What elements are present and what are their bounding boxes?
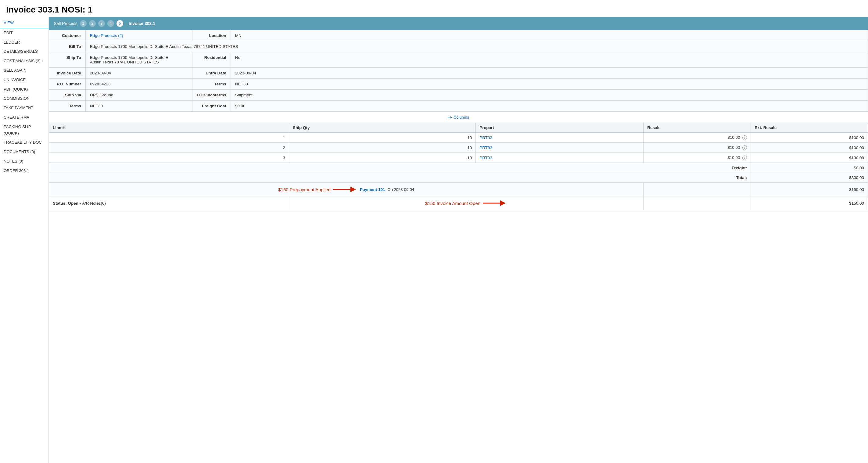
prcpart[interactable]: PRT33 <box>476 143 644 153</box>
col-line-num: Line # <box>49 123 289 133</box>
ext-resale: $100.00 <box>751 133 868 143</box>
step-4[interactable]: 4 <box>107 20 114 27</box>
sidebar-item-view[interactable]: VIEW <box>0 18 49 28</box>
status-text: Status: Open - <box>53 201 82 206</box>
prepayment-arrow-row: $150 Prepayment Applied <box>53 186 640 193</box>
prepayment-amount: $150.00 <box>751 183 868 196</box>
sidebar-item-notes--0-[interactable]: NOTES (0) <box>0 157 49 166</box>
main-layout: VIEWEDITLEDGERDETAILS/SERIALSCOST ANALYS… <box>0 17 868 463</box>
total-row: Total: $300.00 <box>49 173 868 183</box>
step-2[interactable]: 2 <box>89 20 96 27</box>
table-row: 2 10 PRT33 $10.00 i $100.00 <box>49 143 868 153</box>
ship-to-label: Ship To <box>49 52 86 68</box>
ar-notes-link[interactable]: A/R Notes(0) <box>82 201 106 206</box>
fob-value: Shipment <box>230 90 868 101</box>
content-area: Sell Process 1 2 3 4 5 Invoice 303.1 Cus… <box>49 17 868 463</box>
sidebar-item-pdf--quick-[interactable]: PDF (QUICK) <box>0 85 49 94</box>
sidebar-item-ledger[interactable]: LEDGER <box>0 38 49 47</box>
freight-value: $0.00 <box>751 163 868 173</box>
total-value: $300.00 <box>751 173 868 183</box>
resale-info-icon[interactable]: i <box>742 135 747 140</box>
entry-date-value: 2023-09-04 <box>230 68 868 79</box>
prepayment-text-cell: $150 Prepayment Applied <box>49 183 644 196</box>
columns-button[interactable]: +/- Columns <box>448 115 469 120</box>
prepayment-row: $150 Prepayment Applied <box>49 183 868 196</box>
step-1[interactable]: 1 <box>80 20 87 27</box>
resale: $10.00 i <box>644 143 751 153</box>
open-amount-text: $150 Invoice Amount Open <box>425 201 480 206</box>
customer-value[interactable]: Edge Products (2) <box>86 30 192 41</box>
po-number-label: P.O. Number <box>49 79 86 90</box>
payment-date: On 2023-09-04 <box>388 187 414 192</box>
col-prcpart: Prcpart <box>476 123 644 133</box>
sidebar-item-create-rma[interactable]: CREATE RMA <box>0 113 49 122</box>
total-label: Total: <box>49 173 751 183</box>
ship-to-row: Ship To Edge Products 1700 Montopolis Dr… <box>49 52 868 68</box>
open-amount-arrow-icon <box>483 199 507 207</box>
sidebar-item-packing-slip--quick-[interactable]: PACKING SLIP (QUICK) <box>0 122 49 138</box>
bill-to-row: Bill To Edge Products 1700 Montopolis Dr… <box>49 41 868 52</box>
terms2-row: Terms NET30 Freight Cost $0.00 <box>49 101 868 112</box>
step-5[interactable]: 5 <box>117 20 123 27</box>
bill-to-value: Edge Products 1700 Montopolis Dr Suite E… <box>86 41 868 52</box>
payment-link[interactable]: Payment 101 <box>360 187 385 192</box>
resale-info-icon[interactable]: i <box>742 156 747 160</box>
resale-info-icon[interactable]: i <box>742 146 747 150</box>
invoice-date-row: Invoice Date 2023-09-04 Entry Date 2023-… <box>49 68 868 79</box>
fob-label: FOB/Incoterms <box>192 90 231 101</box>
table-header-row: Line # Ship Qty Prcpart Resale Ext. Resa… <box>49 123 868 133</box>
ship-via-label: Ship Via <box>49 90 86 101</box>
terms2-value: NET30 <box>86 101 192 112</box>
ship-via-value: UPS Ground <box>86 90 192 101</box>
customer-row: Customer Edge Products (2) Location MN <box>49 30 868 41</box>
ship-qty: 10 <box>289 143 475 153</box>
terms2-label: Terms <box>49 101 86 112</box>
sidebar-item-edit[interactable]: EDIT <box>0 28 49 38</box>
current-step-label: Invoice 303.1 <box>129 21 155 26</box>
po-number-value: 092834223 <box>86 79 192 90</box>
resale: $10.00 i <box>644 153 751 163</box>
invoice-info-table: Customer Edge Products (2) Location MN B… <box>49 30 868 112</box>
line-num: 3 <box>49 153 289 163</box>
residential-value: No <box>230 52 868 68</box>
location-value: MN <box>230 30 868 41</box>
freight-label: Freight: <box>49 163 751 173</box>
page-title: Invoice 303.1 NOSI: 1 <box>0 0 868 17</box>
sidebar-item-sell-again[interactable]: SELL AGAIN <box>0 66 49 75</box>
col-ship-qty: Ship Qty <box>289 123 475 133</box>
table-row: 1 10 PRT33 $10.00 i $100.00 <box>49 133 868 143</box>
customer-label: Customer <box>49 30 86 41</box>
po-number-row: P.O. Number 092834223 Terms NET30 <box>49 79 868 90</box>
ext-resale: $100.00 <box>751 143 868 153</box>
prepayment-arrow-icon <box>333 186 358 193</box>
ship-qty: 10 <box>289 153 475 163</box>
freight-row: Freight: $0.00 <box>49 163 868 173</box>
sidebar-item-cost-analysis--3---[interactable]: COST ANALYSIS (3) + <box>0 56 49 66</box>
sidebar-item-order-303-1[interactable]: ORDER 303.1 <box>0 166 49 176</box>
line-num: 2 <box>49 143 289 153</box>
open-amount-text-cell: $150 Invoice Amount Open <box>289 196 643 210</box>
sidebar-item-details-serials[interactable]: DETAILS/SERIALS <box>0 47 49 56</box>
status-cell: Status: Open - A/R Notes(0) <box>49 196 289 210</box>
sidebar: VIEWEDITLEDGERDETAILS/SERIALSCOST ANALYS… <box>0 17 49 463</box>
ship-via-row: Ship Via UPS Ground FOB/Incoterms Shipme… <box>49 90 868 101</box>
resale: $10.00 i <box>644 133 751 143</box>
sidebar-item-traceability-doc[interactable]: TRACEABILITY DOC <box>0 138 49 147</box>
page: Invoice 303.1 NOSI: 1 VIEWEDITLEDGERDETA… <box>0 0 868 463</box>
sidebar-item-commission[interactable]: COMMISSION <box>0 94 49 103</box>
sidebar-item-take-payment[interactable]: TAKE PAYMENT <box>0 103 49 113</box>
freight-cost-value: $0.00 <box>230 101 868 112</box>
sidebar-item-documents--0-[interactable]: DOCUMENTS (0) <box>0 147 49 157</box>
open-amount-value: $150.00 <box>751 196 868 210</box>
sidebar-item-uninvoice[interactable]: UNINVOICE <box>0 75 49 85</box>
line-items-table: Line # Ship Qty Prcpart Resale Ext. Resa… <box>49 123 868 210</box>
residential-label: Residential <box>192 52 231 68</box>
ext-resale: $100.00 <box>751 153 868 163</box>
step-3[interactable]: 3 <box>98 20 105 27</box>
invoice-date-value: 2023-09-04 <box>86 68 192 79</box>
prcpart[interactable]: PRT33 <box>476 133 644 143</box>
col-resale: Resale <box>644 123 751 133</box>
location-label: Location <box>192 30 231 41</box>
terms-label: Terms <box>192 79 231 90</box>
prcpart[interactable]: PRT33 <box>476 153 644 163</box>
